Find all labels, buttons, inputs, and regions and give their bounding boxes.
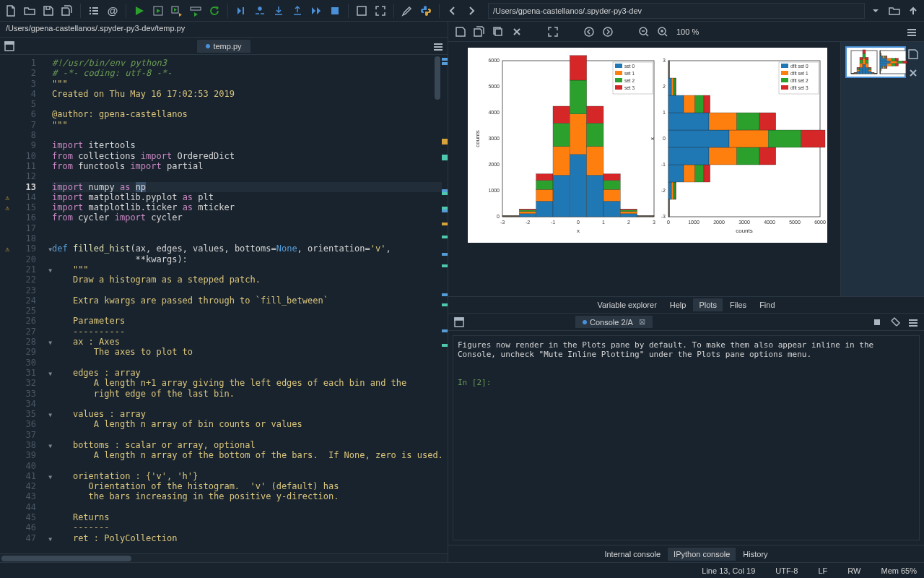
zoom-out-icon[interactable] [636, 24, 652, 40]
svg-rect-4 [90, 13, 91, 14]
console-options-icon[interactable] [905, 314, 921, 330]
overview-ruler[interactable] [442, 55, 448, 553]
svg-rect-51 [603, 201, 620, 217]
debug-stepin-icon[interactable] [271, 3, 287, 19]
save-all-plots-icon[interactable] [471, 24, 487, 40]
svg-rect-86 [615, 85, 622, 90]
svg-rect-117 [668, 78, 671, 95]
console-stop-icon[interactable] [869, 314, 885, 330]
svg-rect-171 [866, 67, 868, 74]
tab-plots[interactable]: Plots [693, 298, 722, 311]
scrollbar-h[interactable] [0, 553, 448, 562]
run-cell-advance-icon[interactable] [169, 3, 185, 19]
tab-variable-explorer[interactable]: Variable explorer [591, 298, 662, 311]
debug-stop-icon[interactable] [327, 3, 343, 19]
console-prompt: In [2]: [458, 378, 491, 387]
tab-browse-icon[interactable] [2, 38, 17, 54]
svg-rect-174 [866, 57, 868, 59]
svg-text:-1: -1 [550, 220, 554, 225]
debug-stepout-icon[interactable] [289, 3, 305, 19]
editor-tab[interactable]: temp.py [197, 40, 250, 53]
svg-rect-102 [709, 147, 737, 165]
debug-icon[interactable] [233, 3, 249, 19]
code-editor[interactable]: ⚠⚠⚠ 123456789101112131415161718192021222… [0, 55, 448, 553]
svg-rect-84 [615, 78, 622, 82]
plot-thumbnail[interactable] [845, 46, 906, 78]
pythonpath-icon[interactable] [418, 3, 434, 19]
console-clear-icon[interactable] [887, 314, 903, 330]
tab-files[interactable]: Files [724, 298, 752, 311]
svg-text:0: 0 [663, 136, 666, 141]
tab-help[interactable]: Help [664, 298, 692, 311]
close-plot-icon[interactable] [509, 24, 525, 40]
svg-rect-23 [907, 29, 916, 30]
svg-rect-18 [495, 29, 502, 35]
preferences-icon[interactable] [399, 3, 415, 19]
thumb-close-icon[interactable] [905, 65, 921, 81]
tab-history[interactable]: History [737, 548, 773, 561]
svg-rect-142 [781, 64, 788, 68]
svg-text:2000: 2000 [713, 220, 725, 225]
svg-text:set 3: set 3 [624, 85, 635, 90]
svg-rect-166 [860, 57, 863, 59]
svg-text:3000: 3000 [738, 220, 750, 225]
debug-continue-icon[interactable] [308, 3, 324, 19]
save-all-icon[interactable] [59, 3, 75, 19]
tab-internal-console[interactable]: Internal console [598, 548, 666, 561]
svg-rect-203 [896, 64, 899, 66]
console-browse-icon[interactable] [451, 314, 467, 330]
svg-rect-148 [781, 85, 788, 90]
editor-tab-bar: temp.py [0, 38, 448, 55]
maximize-icon[interactable] [354, 3, 370, 19]
next-plot-icon[interactable] [600, 24, 616, 40]
svg-rect-161 [857, 69, 860, 70]
svg-rect-97 [668, 165, 684, 182]
back-icon[interactable] [445, 3, 461, 19]
main-toolbar: @ [0, 0, 924, 22]
fullscreen-icon[interactable] [372, 3, 388, 19]
save-icon[interactable] [40, 3, 56, 19]
run-icon[interactable] [131, 3, 147, 19]
working-dir-input[interactable] [488, 3, 865, 19]
svg-rect-167 [863, 64, 866, 74]
svg-rect-214 [884, 56, 886, 59]
copy-plot-icon[interactable] [490, 24, 506, 40]
svg-rect-229 [909, 325, 918, 327]
svg-text:set 2: set 2 [624, 78, 635, 83]
prev-plot-icon[interactable] [581, 24, 597, 40]
zoom-in-icon[interactable] [655, 24, 671, 40]
forward-icon[interactable] [463, 3, 479, 19]
at-icon[interactable]: @ [105, 3, 121, 19]
svg-rect-82 [615, 71, 622, 75]
editor-options-icon[interactable] [431, 38, 445, 54]
svg-text:1000: 1000 [488, 188, 500, 193]
run-selection-icon[interactable] [188, 3, 204, 19]
debug-step-icon[interactable] [252, 3, 268, 19]
svg-point-20 [603, 27, 612, 36]
svg-text:4000: 4000 [488, 110, 500, 115]
svg-text:0: 0 [497, 214, 500, 219]
parent-dir-icon[interactable] [905, 3, 921, 19]
outline-icon[interactable] [86, 3, 102, 19]
fit-icon[interactable] [545, 24, 561, 40]
dropdown-icon[interactable] [868, 3, 884, 19]
rerun-icon[interactable] [206, 3, 222, 19]
console-tab[interactable]: Console 2/A⊠ [575, 316, 653, 328]
thumb-save-icon[interactable] [905, 46, 921, 62]
tab-find[interactable]: Find [754, 298, 780, 311]
plots-options-icon[interactable] [904, 24, 920, 40]
status-bar: Line 13, Col 19 UTF-8 LF RW Mem 65% [0, 562, 924, 578]
scrollbar-v[interactable] [435, 56, 440, 100]
save-plot-icon[interactable] [453, 24, 468, 40]
ipython-console[interactable]: Figures now render in the Plots pane by … [453, 335, 920, 540]
open-file-icon[interactable] [22, 3, 38, 19]
svg-text:dflt set 0: dflt set 0 [790, 64, 808, 69]
new-file-icon[interactable] [3, 3, 19, 19]
svg-text:1: 1 [602, 220, 605, 225]
run-cell-icon[interactable] [150, 3, 166, 19]
svg-rect-47 [586, 175, 603, 217]
browse-dir-icon[interactable] [886, 3, 902, 19]
tab-ipython-console[interactable]: IPython console [668, 548, 736, 561]
svg-rect-119 [674, 78, 675, 95]
svg-rect-40 [553, 147, 570, 176]
